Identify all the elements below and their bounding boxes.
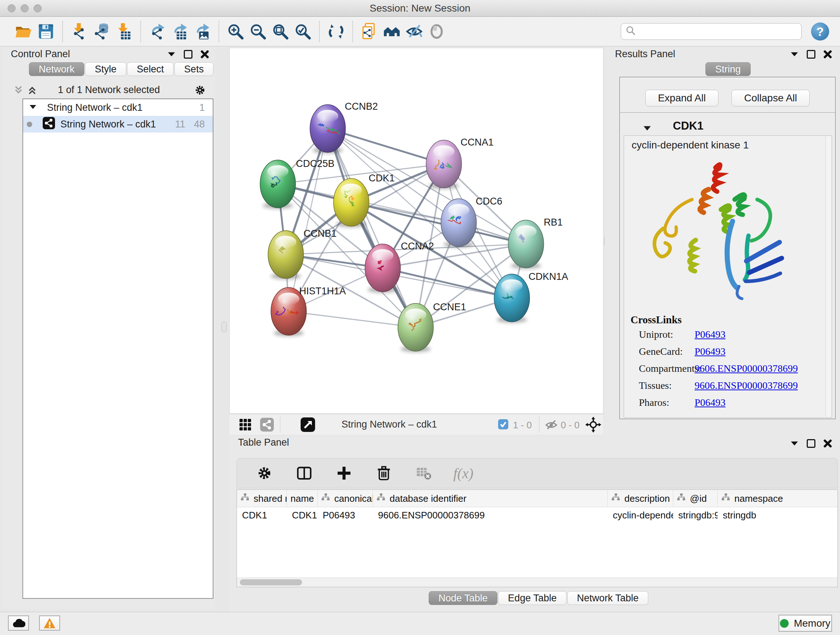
tab-network[interactable]: Network (29, 62, 84, 76)
column-header-name[interactable]: name (287, 490, 317, 507)
network-node-CCNE1[interactable] (398, 303, 433, 352)
crosslink-link[interactable]: 9606.ENSP00000378699 (695, 363, 798, 374)
tab-network-table[interactable]: Network Table (567, 591, 649, 605)
table-cell[interactable]: cyclin-dependent ... (608, 507, 673, 523)
search-input[interactable] (636, 26, 797, 37)
table-cell[interactable]: CDK1 (237, 507, 287, 523)
gene-collapse-icon[interactable] (643, 124, 652, 134)
export-image-icon[interactable] (191, 20, 213, 43)
cloud-button[interactable] (8, 616, 29, 631)
memory-button[interactable]: Memory (778, 615, 832, 632)
toolbar-separator (319, 21, 320, 42)
column-label: name (291, 493, 314, 504)
zoom-in-icon[interactable] (224, 20, 247, 43)
network-row[interactable]: String Network – cdk1 11 48 (23, 116, 213, 133)
hidden-eye-icon[interactable] (545, 418, 558, 433)
network-node-CCNB1[interactable] (268, 231, 303, 279)
panel-close-icon[interactable] (823, 50, 832, 59)
first-neighbors-icon[interactable] (381, 20, 403, 43)
network-edge[interactable] (289, 311, 416, 327)
table-cell[interactable]: P06493 (317, 507, 373, 523)
title-bar: Session: New Session (0, 0, 840, 17)
crosslink-link[interactable]: 9606.ENSP00000378699 (695, 380, 798, 391)
panel-close-icon[interactable] (201, 50, 209, 59)
tab-select[interactable]: Select (127, 62, 174, 76)
pan-crosshair-icon[interactable] (585, 417, 601, 434)
network-node-CCNB2[interactable] (310, 105, 346, 154)
panel-float-icon[interactable] (807, 50, 815, 59)
tab-string[interactable]: String (706, 62, 751, 76)
import-network-icon[interactable] (68, 20, 90, 43)
node-label-CCNA1: CCNA1 (461, 137, 494, 148)
collapse-all-button[interactable]: Collapse All (731, 90, 810, 106)
show-column-icon[interactable] (294, 463, 314, 483)
node-label-CCNA2: CCNA2 (401, 241, 434, 252)
tab-node-table[interactable]: Node Table (429, 591, 497, 605)
tab-style[interactable]: Style (85, 62, 126, 76)
network-edge-count: 48 (194, 119, 205, 130)
share-view-icon[interactable] (260, 417, 274, 433)
hide-selected-icon[interactable] (403, 20, 425, 43)
help-button[interactable]: ? (811, 22, 829, 41)
column-header-database-identifier[interactable]: database identifier (373, 490, 608, 507)
warnings-button[interactable] (39, 616, 60, 631)
network-node-RB1[interactable] (508, 220, 544, 269)
table-cell[interactable]: stringdb:9... (673, 507, 718, 523)
open-session-icon[interactable] (12, 20, 35, 43)
import-table-icon[interactable] (113, 20, 135, 43)
crosslink-link[interactable]: P06493 (695, 397, 726, 409)
birds-eye-view-icon[interactable] (300, 417, 316, 434)
network-collection-row[interactable]: String Network – cdk1 1 (23, 99, 213, 116)
network-node-CDC25B[interactable] (260, 160, 295, 209)
column-header-canonical-name[interactable]: canonical name (317, 490, 373, 507)
network-options-gear-icon[interactable] (194, 84, 206, 98)
panel-float-icon[interactable] (807, 439, 815, 448)
network-node-CCNA1[interactable] (426, 140, 462, 189)
network-edge[interactable] (328, 128, 416, 327)
grid-view-icon[interactable] (239, 418, 252, 432)
collection-expand-icon[interactable] (29, 102, 37, 113)
network-node-CDKN1A[interactable] (494, 274, 530, 323)
column-header-description[interactable]: description (608, 490, 673, 507)
refresh-layout-icon[interactable] (325, 20, 347, 43)
show-all-icon[interactable] (425, 20, 448, 43)
table-settings-gear-icon[interactable] (254, 463, 275, 483)
tab-sets[interactable]: Sets (174, 62, 213, 76)
column-header--id[interactable]: @id (673, 490, 718, 507)
import-database-icon[interactable] (90, 20, 113, 43)
panel-close-icon[interactable] (823, 439, 832, 448)
left-splitter-handle[interactable] (221, 321, 227, 333)
hidden-counts: 0 - 0 (561, 420, 579, 431)
search-box[interactable] (621, 23, 802, 40)
table-hscrollbar-thumb[interactable] (240, 579, 302, 585)
selected-checkbox-icon[interactable] (498, 419, 508, 431)
column-header-shared-name[interactable]: shared name (237, 490, 287, 507)
table-cell[interactable]: 9606.ENSP00000378699 (373, 507, 608, 523)
collection-label: String Network – cdk1 (47, 102, 142, 113)
network-graph[interactable]: CCNB2CCNA1CDC25BCDK1CDC6RB1CCNB1CCNA2CDK… (230, 48, 604, 414)
delete-column-trash-icon[interactable] (374, 463, 394, 483)
save-session-icon[interactable] (35, 20, 57, 43)
gene-section-header[interactable]: CDK1 (620, 118, 835, 135)
zoom-selected-icon[interactable] (292, 20, 314, 43)
network-view-canvas[interactable]: CCNB2CCNA1CDC25BCDK1CDC6RB1CCNB1CCNA2CDK… (229, 48, 603, 414)
results-scrollbar[interactable] (826, 136, 831, 417)
panel-menu-icon[interactable] (168, 52, 175, 56)
crosslink-link[interactable]: P06493 (695, 346, 726, 357)
column-header-namespace[interactable]: namespace (718, 490, 838, 507)
panel-menu-icon[interactable] (791, 441, 798, 445)
export-network-icon[interactable] (146, 20, 169, 43)
table-cell[interactable]: CDK1 (287, 507, 317, 523)
zoom-fit-icon[interactable] (269, 20, 292, 43)
table-cell[interactable]: stringdb (718, 507, 838, 523)
create-column-plus-icon[interactable] (334, 463, 354, 483)
expand-all-button[interactable]: Expand All (645, 90, 718, 106)
export-table-icon[interactable] (169, 20, 191, 43)
zoom-out-icon[interactable] (247, 20, 269, 43)
panel-float-icon[interactable] (184, 50, 193, 59)
tab-edge-table[interactable]: Edge Table (498, 591, 567, 605)
network-edge[interactable] (383, 268, 512, 298)
crosslink-link[interactable]: P06493 (695, 329, 726, 340)
clone-network-icon[interactable] (358, 20, 381, 43)
panel-menu-icon[interactable] (791, 52, 798, 56)
